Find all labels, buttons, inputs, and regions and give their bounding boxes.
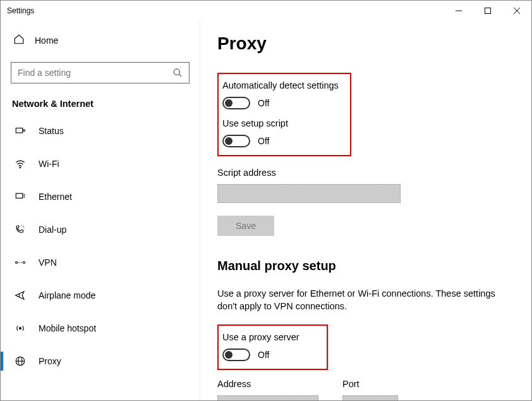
dialup-icon [15, 224, 26, 235]
sidebar-item-label: Ethernet [39, 192, 72, 202]
svg-point-7 [23, 130, 25, 132]
svg-rect-1 [485, 8, 491, 14]
sidebar-item-label: Airplane mode [39, 290, 95, 300]
close-button[interactable] [502, 1, 531, 21]
script-address-input[interactable] [217, 184, 401, 203]
proxy-icon [15, 355, 26, 367]
use-proxy-label: Use a proxy server [222, 332, 320, 342]
window-title: Settings [7, 6, 34, 15]
ethernet-icon [15, 191, 26, 202]
sidebar-item-ethernet[interactable]: Ethernet [1, 183, 200, 210]
sidebar-item-vpn[interactable]: VPN [1, 249, 200, 276]
address-label: Address [217, 379, 330, 389]
airplane-icon [15, 290, 26, 301]
sidebar-item-label: Mobile hotspot [39, 323, 96, 333]
minimize-button[interactable] [444, 1, 473, 21]
home-label: Home [35, 35, 58, 46]
svg-point-17 [20, 328, 21, 330]
search-input[interactable] [18, 68, 172, 78]
auto-detect-state: Off [258, 98, 269, 108]
sidebar-item-hotspot[interactable]: Mobile hotspot [1, 315, 200, 342]
manual-description: Use a proxy server for Ethernet or Wi-Fi… [217, 287, 495, 313]
manual-heading: Manual proxy setup [217, 259, 511, 273]
home-link[interactable]: Home [1, 27, 200, 53]
use-script-state: Off [258, 136, 269, 146]
port-label: Port [342, 379, 398, 389]
use-proxy-toggle[interactable] [222, 349, 250, 361]
highlight-box-manual: Use a proxy server Off [217, 324, 328, 370]
content-area: Proxy Automatically detect settings Off … [200, 21, 531, 400]
maximize-button[interactable] [473, 1, 502, 21]
auto-detect-label: Automatically detect settings [222, 80, 344, 90]
auto-detect-toggle[interactable] [222, 97, 250, 109]
sidebar-item-label: Wi-Fi [39, 159, 59, 169]
wifi-icon [15, 158, 26, 170]
sidebar-item-airplane[interactable]: Airplane mode [1, 282, 200, 309]
script-address-label: Script address [217, 168, 511, 178]
sidebar-item-dialup[interactable]: Dial-up [1, 216, 200, 243]
status-icon [15, 125, 26, 137]
home-icon [13, 34, 25, 47]
highlight-box-auto: Automatically detect settings Off Use se… [217, 73, 351, 156]
page-title: Proxy [217, 34, 511, 54]
svg-point-14 [16, 262, 18, 264]
hotspot-icon [15, 323, 26, 334]
svg-line-5 [179, 74, 181, 77]
search-box[interactable] [11, 62, 190, 83]
vpn-icon [15, 257, 26, 268]
svg-point-9 [20, 167, 21, 168]
use-proxy-state: Off [258, 350, 269, 360]
sidebar-item-label: VPN [39, 257, 57, 268]
sidebar-item-wifi[interactable]: Wi-Fi [1, 151, 200, 177]
port-input[interactable] [342, 395, 398, 400]
address-input[interactable] [217, 395, 318, 400]
save-button[interactable]: Save [217, 216, 274, 236]
svg-point-4 [174, 69, 179, 75]
svg-rect-6 [16, 128, 23, 133]
category-heading: Network & Internet [1, 95, 200, 118]
svg-point-15 [23, 262, 25, 264]
sidebar: Home Network & Internet Status Wi-Fi [1, 21, 200, 400]
sidebar-item-label: Dial-up [39, 225, 66, 235]
sidebar-item-label: Proxy [39, 356, 61, 366]
use-script-toggle[interactable] [222, 135, 250, 147]
sidebar-item-proxy[interactable]: Proxy [1, 348, 200, 374]
svg-rect-10 [16, 194, 23, 199]
search-icon [172, 68, 183, 78]
sidebar-item-status[interactable]: Status [1, 118, 200, 144]
sidebar-item-label: Status [39, 126, 64, 136]
use-script-label: Use setup script [222, 118, 344, 128]
